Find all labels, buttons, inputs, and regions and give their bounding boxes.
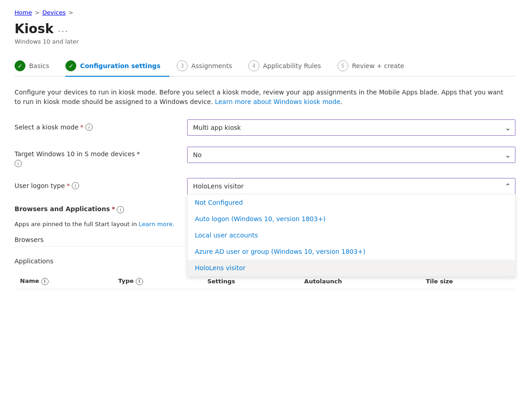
kiosk-mode-label-text: Select a kiosk mode (15, 124, 79, 131)
applications-label: Applications (15, 257, 54, 265)
tab-applicability[interactable]: 4 Applicability Rules (248, 56, 330, 76)
target-windows-label: Target Windows 10 in S mode devices * i (15, 147, 187, 167)
dropdown-option-hololens[interactable]: HoloLens visitor (188, 260, 515, 276)
browsers-apps-label: Browsers and Applications (15, 205, 110, 212)
kiosk-mode-dropdown-wrapper: Multi app kiosk ⌄ (187, 119, 515, 136)
description-end: . (340, 98, 342, 105)
user-logon-dropdown[interactable]: HoloLens visitor (187, 178, 515, 194)
kiosk-mode-info-icon[interactable]: i (85, 124, 93, 131)
tab-circle-basics (15, 60, 25, 71)
tab-label-applicability: Applicability Rules (263, 62, 321, 69)
tab-review[interactable]: 5 Review + create (337, 56, 413, 76)
kiosk-mode-required: * (80, 124, 84, 131)
target-windows-field: Target Windows 10 in S mode devices * i … (15, 147, 515, 167)
col-name-info-icon[interactable]: i (41, 278, 49, 285)
target-windows-label-text: Target Windows 10 in S mode devices (15, 150, 135, 158)
col-type-info-icon[interactable]: i (136, 278, 143, 285)
tab-circle-applicability: 4 (248, 60, 259, 71)
target-windows-value: No (193, 151, 202, 158)
tab-circle-assignments: 3 (177, 60, 188, 71)
user-logon-dropdown-menu: Not Configured Auto logon (Windows 10, v… (187, 194, 515, 277)
page-subtitle: Windows 10 and later (15, 38, 515, 45)
breadcrumb-devices[interactable]: Devices (42, 9, 65, 16)
user-logon-info-icon[interactable]: i (72, 182, 79, 189)
learn-more-link[interactable]: Learn more about Windows kiosk mode (215, 98, 340, 105)
dropdown-option-not-configured[interactable]: Not Configured (188, 194, 515, 211)
page-title: Kiosk (15, 21, 54, 36)
breadcrumb-sep1: > (35, 9, 40, 16)
tab-label-basics: Basics (29, 62, 49, 69)
dropdown-option-azure-ad[interactable]: Azure AD user or group (Windows 10, vers… (188, 243, 515, 260)
tab-label-config: Configuration settings (80, 62, 160, 69)
user-logon-field: User logon type * i HoloLens visitor ⌃ N… (15, 178, 515, 194)
target-windows-dropdown-wrapper: No ⌄ (187, 147, 515, 163)
tab-step-review: 5 (341, 63, 345, 69)
breadcrumb: Home > Devices > (15, 9, 515, 16)
page-description: Configure your devices to run in kiosk m… (15, 88, 505, 107)
tab-configuration[interactable]: Configuration settings (65, 56, 169, 76)
ellipsis-menu[interactable]: ... (58, 24, 69, 34)
tab-assignments[interactable]: 3 Assignments (177, 56, 241, 76)
dropdown-option-auto-logon[interactable]: Auto logon (Windows 10, version 1803+) (188, 211, 515, 227)
target-windows-dropdown[interactable]: No (187, 147, 515, 163)
col-type-label: Type (118, 277, 134, 284)
breadcrumb-sep2: > (69, 9, 74, 16)
col-name-label: Name (20, 277, 39, 284)
tab-step-assignments: 3 (180, 63, 184, 69)
user-logon-dropdown-wrapper: HoloLens visitor ⌃ Not Configured Auto l… (187, 178, 515, 194)
browsers-apps-info-icon[interactable]: i (117, 206, 124, 213)
apps-learn-more-link[interactable]: Learn more. (139, 221, 174, 227)
target-windows-required: * (137, 150, 140, 158)
tab-circle-review: 5 (337, 60, 348, 71)
wizard-tabs: Basics Configuration settings 3 Assignme… (15, 56, 515, 77)
checkmark-basics (18, 63, 23, 69)
col-name: Name i (15, 274, 113, 289)
browsers-apps-required: * (112, 205, 115, 212)
target-windows-input-wrapper: No ⌄ (187, 147, 515, 163)
col-autolaunch-label: Autolaunch (304, 278, 342, 285)
tab-circle-config (65, 60, 76, 71)
kiosk-mode-field: Select a kiosk mode * i Multi app kiosk … (15, 119, 515, 136)
tab-label-review: Review + create (352, 62, 404, 69)
user-logon-label-text: User logon type (15, 182, 65, 189)
checkmark-config (69, 63, 74, 69)
tab-step-applicability: 4 (252, 63, 256, 69)
browsers-label: Browsers (15, 236, 44, 243)
user-logon-value: HoloLens visitor (193, 183, 244, 190)
page-title-area: Kiosk ... (15, 21, 515, 36)
kiosk-mode-label: Select a kiosk mode * i (15, 119, 187, 131)
user-logon-label: User logon type * i (15, 178, 187, 189)
col-settings-label: Settings (207, 278, 235, 285)
kiosk-mode-dropdown[interactable]: Multi app kiosk (187, 119, 515, 136)
apps-description-text: Apps are pinned to the full Start layout… (15, 221, 139, 227)
kiosk-mode-value: Multi app kiosk (193, 124, 241, 131)
breadcrumb-home[interactable]: Home (15, 9, 32, 16)
user-logon-input-wrapper: HoloLens visitor ⌃ Not Configured Auto l… (187, 178, 515, 194)
dropdown-option-local-user[interactable]: Local user accounts (188, 227, 515, 243)
tab-label-assignments: Assignments (191, 62, 232, 69)
target-windows-info-icon[interactable]: i (15, 160, 22, 167)
user-logon-required: * (67, 182, 70, 189)
col-tilesize-label: Tile size (426, 278, 453, 285)
kiosk-mode-input-wrapper: Multi app kiosk ⌄ (187, 119, 515, 136)
tab-basics[interactable]: Basics (15, 56, 58, 76)
